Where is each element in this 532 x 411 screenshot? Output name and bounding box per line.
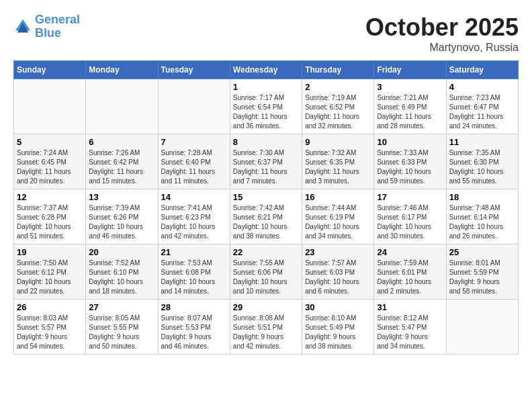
day-info: Sunrise: 8:03 AM Sunset: 5:57 PM Dayligh… <box>17 314 83 351</box>
weekday-header-row: SundayMondayTuesdayWednesdayThursdayFrid… <box>14 61 519 79</box>
day-info: Sunrise: 7:32 AM Sunset: 6:35 PM Dayligh… <box>305 148 371 186</box>
calendar-cell: 8Sunrise: 7:30 AM Sunset: 6:37 PM Daylig… <box>230 134 302 189</box>
day-number: 1 <box>233 82 299 92</box>
calendar-cell: 30Sunrise: 8:10 AM Sunset: 5:49 PM Dayli… <box>302 300 374 355</box>
day-number: 5 <box>17 137 83 147</box>
day-number: 28 <box>161 302 227 312</box>
day-info: Sunrise: 7:30 AM Sunset: 6:37 PM Dayligh… <box>233 148 299 186</box>
day-number: 16 <box>305 192 371 202</box>
day-number: 9 <box>305 137 371 147</box>
calendar-cell: 19Sunrise: 7:50 AM Sunset: 6:12 PM Dayli… <box>14 244 86 300</box>
calendar-cell: 23Sunrise: 7:57 AM Sunset: 6:03 PM Dayli… <box>302 244 374 300</box>
day-number: 29 <box>233 302 299 312</box>
calendar-cell: 16Sunrise: 7:44 AM Sunset: 6:19 PM Dayli… <box>302 189 374 244</box>
day-number: 11 <box>449 137 515 147</box>
day-info: Sunrise: 8:05 AM Sunset: 5:55 PM Dayligh… <box>89 314 154 351</box>
logo-icon <box>13 17 32 36</box>
weekday-header-friday: Friday <box>374 61 446 79</box>
day-info: Sunrise: 7:23 AM Sunset: 6:47 PM Dayligh… <box>449 93 515 131</box>
day-number: 25 <box>449 247 515 257</box>
day-number: 13 <box>89 192 154 202</box>
day-number: 27 <box>89 302 154 312</box>
day-info: Sunrise: 7:26 AM Sunset: 6:42 PM Dayligh… <box>89 148 154 186</box>
day-info: Sunrise: 8:01 AM Sunset: 5:59 PM Dayligh… <box>449 259 515 296</box>
day-number: 24 <box>377 247 443 257</box>
weekday-header-wednesday: Wednesday <box>230 61 302 79</box>
day-number: 14 <box>161 192 227 202</box>
day-info: Sunrise: 7:24 AM Sunset: 6:45 PM Dayligh… <box>17 148 83 186</box>
calendar-cell: 28Sunrise: 8:07 AM Sunset: 5:53 PM Dayli… <box>158 300 230 355</box>
calendar-cell <box>86 79 158 134</box>
calendar-cell: 1Sunrise: 7:17 AM Sunset: 6:54 PM Daylig… <box>230 79 302 134</box>
day-info: Sunrise: 7:44 AM Sunset: 6:19 PM Dayligh… <box>305 203 371 241</box>
location: Martynovo, Russia <box>365 42 519 54</box>
day-info: Sunrise: 8:10 AM Sunset: 5:49 PM Dayligh… <box>305 314 371 351</box>
calendar-cell: 10Sunrise: 7:33 AM Sunset: 6:33 PM Dayli… <box>374 134 446 189</box>
day-number: 30 <box>305 302 371 312</box>
calendar-cell: 20Sunrise: 7:52 AM Sunset: 6:10 PM Dayli… <box>86 244 158 300</box>
day-info: Sunrise: 7:52 AM Sunset: 6:10 PM Dayligh… <box>89 259 154 296</box>
day-number: 10 <box>377 137 443 147</box>
day-info: Sunrise: 8:08 AM Sunset: 5:51 PM Dayligh… <box>233 314 299 351</box>
day-info: Sunrise: 7:39 AM Sunset: 6:26 PM Dayligh… <box>89 203 154 241</box>
day-number: 2 <box>305 82 371 92</box>
weekday-header-monday: Monday <box>86 61 158 79</box>
day-number: 23 <box>305 247 371 257</box>
day-info: Sunrise: 7:41 AM Sunset: 6:23 PM Dayligh… <box>161 203 227 241</box>
day-number: 26 <box>17 302 83 312</box>
calendar-cell: 5Sunrise: 7:24 AM Sunset: 6:45 PM Daylig… <box>14 134 86 189</box>
day-info: Sunrise: 7:17 AM Sunset: 6:54 PM Dayligh… <box>233 93 299 131</box>
calendar-cell: 3Sunrise: 7:21 AM Sunset: 6:49 PM Daylig… <box>374 79 446 134</box>
logo: General Blue <box>13 13 80 40</box>
calendar-cell: 24Sunrise: 7:59 AM Sunset: 6:01 PM Dayli… <box>374 244 446 300</box>
day-info: Sunrise: 7:19 AM Sunset: 6:52 PM Dayligh… <box>305 93 371 131</box>
calendar-cell <box>446 300 518 355</box>
calendar-cell: 14Sunrise: 7:41 AM Sunset: 6:23 PM Dayli… <box>158 189 230 244</box>
day-number: 6 <box>89 137 154 147</box>
week-row-5: 26Sunrise: 8:03 AM Sunset: 5:57 PM Dayli… <box>14 300 519 355</box>
day-info: Sunrise: 7:50 AM Sunset: 6:12 PM Dayligh… <box>17 259 83 296</box>
day-info: Sunrise: 8:07 AM Sunset: 5:53 PM Dayligh… <box>161 314 227 351</box>
day-number: 18 <box>449 192 515 202</box>
calendar-cell <box>158 79 230 134</box>
day-number: 7 <box>161 137 227 147</box>
day-number: 8 <box>233 137 299 147</box>
day-number: 3 <box>377 82 443 92</box>
day-info: Sunrise: 7:59 AM Sunset: 6:01 PM Dayligh… <box>377 259 443 296</box>
calendar-cell: 18Sunrise: 7:48 AM Sunset: 6:14 PM Dayli… <box>446 189 518 244</box>
week-row-1: 1Sunrise: 7:17 AM Sunset: 6:54 PM Daylig… <box>14 79 519 134</box>
day-number: 22 <box>233 247 299 257</box>
day-info: Sunrise: 7:42 AM Sunset: 6:21 PM Dayligh… <box>233 203 299 241</box>
calendar-cell: 22Sunrise: 7:55 AM Sunset: 6:06 PM Dayli… <box>230 244 302 300</box>
calendar-cell: 26Sunrise: 8:03 AM Sunset: 5:57 PM Dayli… <box>14 300 86 355</box>
calendar-cell: 7Sunrise: 7:28 AM Sunset: 6:40 PM Daylig… <box>158 134 230 189</box>
day-number: 12 <box>17 192 83 202</box>
month-title: October 2025 <box>365 13 519 42</box>
weekday-header-saturday: Saturday <box>446 61 518 79</box>
calendar-cell: 4Sunrise: 7:23 AM Sunset: 6:47 PM Daylig… <box>446 79 518 134</box>
calendar-table: SundayMondayTuesdayWednesdayThursdayFrid… <box>13 60 519 355</box>
day-number: 21 <box>161 247 227 257</box>
calendar-cell: 9Sunrise: 7:32 AM Sunset: 6:35 PM Daylig… <box>302 134 374 189</box>
day-info: Sunrise: 7:33 AM Sunset: 6:33 PM Dayligh… <box>377 148 443 186</box>
calendar-cell: 21Sunrise: 7:53 AM Sunset: 6:08 PM Dayli… <box>158 244 230 300</box>
calendar-cell: 25Sunrise: 8:01 AM Sunset: 5:59 PM Dayli… <box>446 244 518 300</box>
day-info: Sunrise: 7:28 AM Sunset: 6:40 PM Dayligh… <box>161 148 227 186</box>
weekday-header-tuesday: Tuesday <box>158 61 230 79</box>
day-info: Sunrise: 7:37 AM Sunset: 6:28 PM Dayligh… <box>17 203 83 241</box>
calendar-cell: 31Sunrise: 8:12 AM Sunset: 5:47 PM Dayli… <box>374 300 446 355</box>
calendar-cell: 11Sunrise: 7:35 AM Sunset: 6:30 PM Dayli… <box>446 134 518 189</box>
calendar-cell: 27Sunrise: 8:05 AM Sunset: 5:55 PM Dayli… <box>86 300 158 355</box>
week-row-2: 5Sunrise: 7:24 AM Sunset: 6:45 PM Daylig… <box>14 134 519 189</box>
calendar-cell: 29Sunrise: 8:08 AM Sunset: 5:51 PM Dayli… <box>230 300 302 355</box>
calendar-cell: 2Sunrise: 7:19 AM Sunset: 6:52 PM Daylig… <box>302 79 374 134</box>
day-info: Sunrise: 7:35 AM Sunset: 6:30 PM Dayligh… <box>449 148 515 186</box>
day-number: 20 <box>89 247 154 257</box>
calendar-cell: 12Sunrise: 7:37 AM Sunset: 6:28 PM Dayli… <box>14 189 86 244</box>
page-header: General Blue October 2025 Martynovo, Rus… <box>13 13 519 54</box>
calendar-cell: 15Sunrise: 7:42 AM Sunset: 6:21 PM Dayli… <box>230 189 302 244</box>
title-block: October 2025 Martynovo, Russia <box>365 13 519 54</box>
week-row-4: 19Sunrise: 7:50 AM Sunset: 6:12 PM Dayli… <box>14 244 519 300</box>
calendar-cell: 13Sunrise: 7:39 AM Sunset: 6:26 PM Dayli… <box>86 189 158 244</box>
week-row-3: 12Sunrise: 7:37 AM Sunset: 6:28 PM Dayli… <box>14 189 519 244</box>
